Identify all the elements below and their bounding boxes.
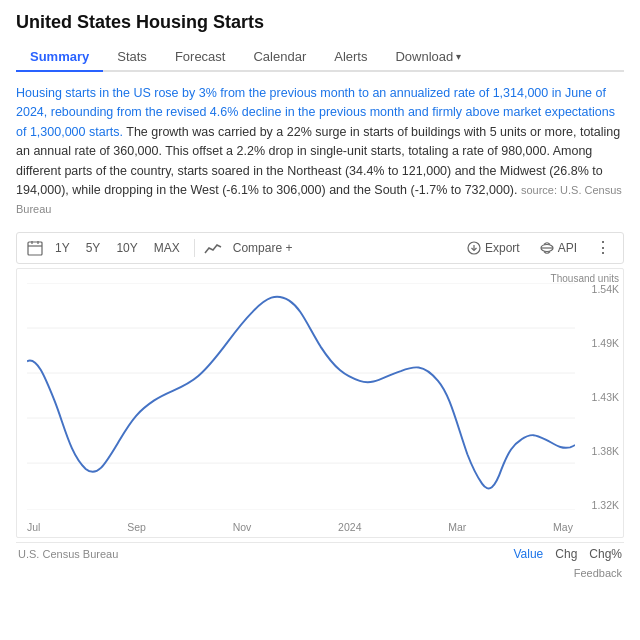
summary-text: Housing starts in the US rose by 3% from… [16, 84, 624, 220]
api-label: API [558, 241, 577, 255]
x-label-mar: Mar [448, 521, 466, 533]
period-10y[interactable]: 10Y [110, 239, 143, 257]
chart-toolbar: 1Y 5Y 10Y MAX Compare + Export [16, 232, 624, 264]
tab-stats[interactable]: Stats [103, 43, 161, 72]
chart-source-label: U.S. Census Bureau [18, 548, 118, 560]
divider [194, 239, 195, 257]
compare-button[interactable]: Compare + [227, 239, 299, 257]
tab-alerts[interactable]: Alerts [320, 43, 381, 72]
calendar-icon[interactable] [25, 238, 45, 258]
x-label-sep: Sep [127, 521, 146, 533]
tab-summary[interactable]: Summary [16, 43, 103, 72]
x-axis: Jul Sep Nov 2024 Mar May [27, 521, 573, 533]
page-title: United States Housing Starts [16, 12, 624, 33]
chevron-down-icon: ▾ [456, 51, 461, 62]
tab-forecast[interactable]: Forecast [161, 43, 240, 72]
chart-line [27, 283, 575, 510]
chgpct-link[interactable]: Chg% [589, 547, 622, 561]
x-label-may: May [553, 521, 573, 533]
y-label-4: 1.38K [592, 445, 619, 457]
period-1y[interactable]: 1Y [49, 239, 76, 257]
export-label: Export [485, 241, 520, 255]
footer-links: Value Chg Chg% [513, 547, 622, 561]
export-button[interactable]: Export [461, 239, 526, 257]
compare-label: Compare + [233, 241, 293, 255]
y-label-5: 1.32K [592, 499, 619, 511]
period-5y[interactable]: 5Y [80, 239, 107, 257]
x-label-2024: 2024 [338, 521, 361, 533]
feedback-label[interactable]: Feedback [16, 565, 624, 579]
y-label-1: 1.54K [592, 283, 619, 295]
period-max[interactable]: MAX [148, 239, 186, 257]
chart-footer: U.S. Census Bureau Value Chg Chg% [16, 542, 624, 565]
svg-rect-0 [28, 242, 42, 255]
value-link[interactable]: Value [513, 547, 543, 561]
tab-bar: Summary Stats Forecast Calendar Alerts D… [16, 43, 624, 72]
y-label-2: 1.49K [592, 337, 619, 349]
tab-calendar[interactable]: Calendar [239, 43, 320, 72]
tab-download[interactable]: Download ▾ [381, 43, 475, 72]
toolbar-right: Export API ⋮ [461, 238, 615, 257]
x-label-jul: Jul [27, 521, 40, 533]
line-chart-icon[interactable] [203, 238, 223, 258]
x-label-nov: Nov [233, 521, 252, 533]
chart-area: Thousand units 1.54K 1.49K 1.43K 1.38K 1… [16, 268, 624, 538]
y-axis: 1.54K 1.49K 1.43K 1.38K 1.32K [592, 269, 619, 513]
more-options-button[interactable]: ⋮ [591, 238, 615, 257]
api-button[interactable]: API [534, 239, 583, 257]
chg-link[interactable]: Chg [555, 547, 577, 561]
y-label-3: 1.43K [592, 391, 619, 403]
download-label: Download [395, 49, 453, 64]
